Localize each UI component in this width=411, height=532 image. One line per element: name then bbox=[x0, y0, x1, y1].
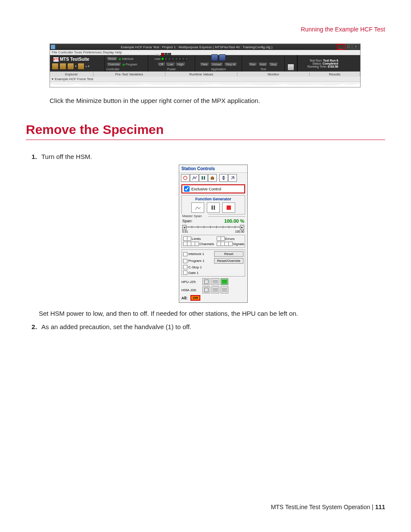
power-off-button[interactable]: Off bbox=[157, 62, 165, 67]
close-button[interactable]: x bbox=[352, 44, 359, 49]
override-button[interactable]: Override bbox=[106, 62, 121, 67]
all-off-button[interactable]: Off bbox=[190, 295, 201, 301]
fg-pause-button[interactable] bbox=[207, 202, 220, 213]
running-header: Running the Example HCF Test bbox=[26, 26, 385, 33]
run-button[interactable]: Run bbox=[248, 62, 257, 67]
park-button[interactable]: Park bbox=[199, 62, 209, 67]
logo-icon: MTS bbox=[53, 57, 59, 62]
span-label: Span: bbox=[182, 219, 193, 223]
cstop1[interactable]: C-Stop 1 bbox=[183, 265, 212, 269]
minimize-button[interactable]: _ bbox=[337, 44, 345, 50]
sc-icon[interactable] bbox=[190, 174, 199, 182]
tab-results[interactable]: Results bbox=[310, 72, 360, 76]
tool-icon[interactable] bbox=[59, 63, 66, 70]
sc-icon[interactable] bbox=[208, 174, 217, 182]
reset-override-button[interactable]: Reset/Override bbox=[214, 258, 243, 264]
station-title: Station Controls bbox=[179, 165, 247, 173]
svg-rect-2 bbox=[204, 176, 205, 180]
limits-check[interactable]: Limits bbox=[183, 236, 214, 241]
maximize-button[interactable]: ▢ bbox=[345, 44, 352, 49]
logo: MTS MTS TestSuite bbox=[52, 56, 91, 62]
tabs: Explorer Pre-Test Variables Runtime Valu… bbox=[50, 72, 360, 77]
app-icon bbox=[51, 45, 55, 49]
mpx-titlebar: Example HCF Force Test : Project 1 : Mul… bbox=[50, 44, 360, 50]
fg-stop-button[interactable] bbox=[222, 202, 235, 213]
toolbar: MTS MTS TestSuite ▾ » ▾ Reset ◉Interlock… bbox=[50, 55, 360, 72]
hsm-row: HSM-J28: bbox=[181, 286, 245, 293]
stop-button[interactable]: Stop bbox=[268, 62, 278, 67]
hpu-off-button[interactable] bbox=[202, 278, 210, 285]
step-2: As an added precaution, set the handvalv… bbox=[39, 323, 385, 330]
mpx-window: Example HCF Force Test : Project 1 : Mul… bbox=[50, 44, 361, 87]
exclusive-checkbox[interactable] bbox=[184, 186, 190, 192]
section-heading: Remove the Specimen bbox=[26, 122, 385, 140]
fg-title: Function Generator bbox=[183, 197, 243, 201]
controller-label: Controller bbox=[106, 68, 119, 71]
channels-check[interactable]: Channels bbox=[183, 242, 214, 246]
interlock1[interactable]: Interlock 1 bbox=[183, 251, 212, 257]
power-high-button[interactable]: High bbox=[175, 62, 186, 67]
hsm-off-button[interactable] bbox=[202, 286, 210, 293]
hpu-row: HPU-J25: bbox=[181, 278, 245, 285]
reset-button[interactable]: Reset bbox=[214, 251, 243, 257]
master-span-label: Master Span bbox=[181, 214, 208, 218]
hsm-low-button[interactable] bbox=[212, 286, 219, 293]
unload-icon[interactable] bbox=[219, 54, 226, 61]
power-low-button[interactable]: Low bbox=[165, 62, 175, 67]
hold-button[interactable]: Hold bbox=[258, 62, 268, 67]
hpu-high-button[interactable] bbox=[221, 278, 228, 285]
span-value: 100.00 % bbox=[224, 218, 244, 224]
range-lo: 0.01 bbox=[182, 230, 188, 233]
tool-icon[interactable] bbox=[67, 63, 74, 70]
interlock-label: Interlock bbox=[122, 57, 133, 60]
step-1: Turn off the HSM. Station Controls Exclu… bbox=[39, 153, 385, 317]
sc-icon[interactable] bbox=[199, 174, 208, 182]
park-icon[interactable] bbox=[211, 54, 218, 61]
menubar[interactable]: File Controller Tools Preferences Displa… bbox=[50, 50, 360, 55]
test-label: Test bbox=[261, 68, 266, 71]
svg-point-0 bbox=[184, 176, 187, 180]
tool-icon[interactable] bbox=[52, 63, 59, 70]
step1-followup: Set HSM power to low, and then to off. I… bbox=[39, 310, 385, 317]
hsm-high-button[interactable] bbox=[221, 286, 228, 293]
slider-left-icon[interactable]: ◂ bbox=[182, 225, 187, 230]
slider-right-icon[interactable]: ▸ bbox=[240, 225, 244, 230]
torn-edge bbox=[50, 81, 360, 87]
range-hi: 100.00 bbox=[235, 230, 244, 233]
fg-run-button[interactable] bbox=[191, 202, 204, 213]
intro-paragraph: Click the Minimize button in the upper r… bbox=[50, 96, 385, 105]
tab-pretest[interactable]: Pre-Test Variables bbox=[93, 72, 165, 76]
application-label: Application bbox=[211, 68, 226, 71]
tab-explorer[interactable]: Explorer bbox=[50, 72, 93, 76]
page-footer: MTS TestLine Test System Operation | 111 bbox=[271, 504, 385, 510]
svg-rect-5 bbox=[212, 205, 213, 210]
exclusive-control[interactable]: Exclusive Control bbox=[181, 184, 245, 193]
window-title: Example HCF Force Test : Project 1 : Mul… bbox=[57, 45, 336, 49]
tool-icon[interactable] bbox=[78, 63, 84, 70]
note-icon[interactable] bbox=[287, 64, 294, 71]
gate1[interactable]: Gate 1 bbox=[183, 271, 212, 275]
unload-button[interactable]: Unload bbox=[210, 62, 223, 67]
svg-rect-7 bbox=[227, 205, 231, 210]
sc-icon[interactable] bbox=[219, 174, 228, 182]
station-controls: Station Controls Exclusive Control Funct… bbox=[179, 165, 248, 303]
svg-rect-1 bbox=[202, 176, 203, 180]
window-controls: _ ▢ x bbox=[336, 44, 359, 50]
sc-icon[interactable] bbox=[228, 174, 237, 182]
tab-runtime[interactable]: Runtime Values bbox=[165, 72, 237, 76]
svg-rect-4 bbox=[212, 176, 213, 177]
signals-check[interactable]: Signals bbox=[217, 242, 244, 246]
tree-item[interactable]: Example HCF Force Test bbox=[55, 77, 93, 81]
reset-button[interactable]: Reset bbox=[106, 56, 118, 61]
stopat-button[interactable]: Stop At bbox=[224, 62, 237, 67]
sc-icon[interactable] bbox=[181, 174, 190, 182]
all-row: All: Off bbox=[181, 295, 245, 301]
page: Running the Example HCF Test Example HCF… bbox=[0, 0, 411, 532]
span-slider[interactable]: ◂ ▸ bbox=[182, 225, 244, 229]
power-label: Power bbox=[167, 68, 176, 71]
errors-check[interactable]: Errors bbox=[217, 236, 244, 241]
expand-icon[interactable]: ▾ bbox=[52, 77, 53, 81]
program1[interactable]: Program 1 bbox=[183, 258, 212, 264]
hpu-low-button[interactable] bbox=[212, 278, 219, 285]
tab-monitor[interactable]: Monitor bbox=[237, 72, 309, 76]
